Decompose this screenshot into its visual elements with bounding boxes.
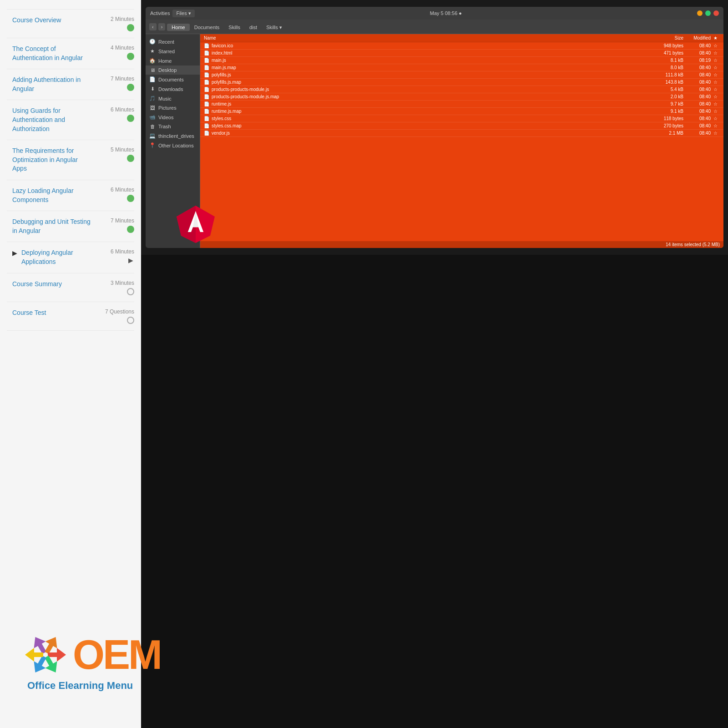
table-row[interactable]: 📄polyfills.js 111.8 kB 08:40 ☆ bbox=[200, 71, 723, 79]
table-row[interactable]: 📄runtime.js 9.7 kB 08:40 ☆ bbox=[200, 101, 723, 108]
fm-sidebar-label: Documents bbox=[158, 77, 184, 82]
fm-tab-3[interactable]: dist bbox=[245, 24, 262, 31]
file-name: 📄runtime.js bbox=[204, 101, 652, 106]
status-dot-green bbox=[127, 155, 134, 162]
main-container: Course Overview 2 Minutes The Concept of… bbox=[0, 0, 728, 728]
fm-sidebar-item-10[interactable]: 💻thinclient_drives bbox=[146, 131, 200, 141]
fm-sidebar-item-2[interactable]: 🏠Home bbox=[146, 56, 200, 66]
fm-sidebar-icon: 💻 bbox=[149, 133, 156, 139]
course-item-left: ▶ Deploying Angular Applications bbox=[12, 248, 93, 266]
fm-sidebar-icon: ★ bbox=[149, 48, 156, 54]
fm-sidebar-item-0[interactable]: 🕐Recent bbox=[146, 37, 200, 46]
fm-sidebar-item-1[interactable]: ★Starred bbox=[146, 46, 200, 56]
fm-sidebar-icon: ⬇ bbox=[149, 86, 156, 92]
file-modified: 08:40 bbox=[683, 123, 711, 128]
fm-sidebar-item-9[interactable]: 🗑Trash bbox=[146, 122, 200, 131]
course-item-test[interactable]: Course Test 7 Questions bbox=[7, 302, 134, 331]
back-button[interactable]: ‹ bbox=[149, 23, 157, 30]
files-menu[interactable]: Files ▾ bbox=[172, 10, 194, 17]
fm-sidebar-icon: 🖼 bbox=[149, 105, 156, 111]
activities-label[interactable]: Activities bbox=[150, 10, 170, 16]
file-name: 📄styles.css bbox=[204, 116, 652, 121]
course-item-adding-auth[interactable]: Adding Authentication in Angular 7 Minut… bbox=[7, 69, 134, 100]
file-modified: 08:40 bbox=[683, 109, 711, 114]
course-item-lazy-loading[interactable]: Lazy Loading Angular Components 6 Minute… bbox=[7, 180, 134, 211]
fm-sidebar-item-6[interactable]: 🎵Music bbox=[146, 94, 200, 103]
fm-tab-2[interactable]: Skills bbox=[224, 24, 245, 31]
fm-topbar-left: Activities Files ▾ bbox=[150, 10, 195, 17]
fm-sidebar-label: Other Locations bbox=[158, 143, 194, 148]
fm-tab-1[interactable]: Documents bbox=[190, 24, 224, 31]
course-item-right: 4 Minutes bbox=[93, 45, 134, 60]
course-item-summary[interactable]: Course Summary 3 Minutes bbox=[7, 273, 134, 302]
table-row[interactable]: 📄styles.css.map 270 bytes 08:40 ☆ bbox=[200, 122, 723, 130]
file-star: ☆ bbox=[711, 116, 720, 121]
course-item-title: Using Guards for Authentication and Auth… bbox=[12, 106, 93, 133]
fm-sidebar-item-11[interactable]: 📍Other Locations bbox=[146, 141, 200, 150]
file-star: ☆ bbox=[711, 109, 720, 114]
minimize-icon[interactable] bbox=[697, 10, 703, 16]
fm-tab-0[interactable]: Home bbox=[167, 24, 189, 31]
fm-sidebar-item-3[interactable]: 🖥Desktop bbox=[146, 66, 200, 75]
close-icon[interactable] bbox=[713, 10, 719, 16]
file-icon: 📄 bbox=[204, 131, 209, 136]
fm-sidebar-label: Pictures bbox=[158, 105, 177, 111]
file-star: ☆ bbox=[711, 43, 720, 48]
oem-arrows-icon bbox=[23, 632, 68, 677]
course-item-requirements[interactable]: The Requirements for Optimization in Ang… bbox=[7, 140, 134, 180]
file-name: 📄main.js.map bbox=[204, 65, 652, 70]
table-row[interactable]: 📄index.html 471 bytes 08:40 ☆ bbox=[200, 50, 723, 57]
fm-sidebar-label: Starred bbox=[158, 49, 175, 54]
fm-sidebar-item-7[interactable]: 🖼Pictures bbox=[146, 103, 200, 112]
table-row[interactable]: 📄polyfills.js.map 143.8 kB 08:40 ☆ bbox=[200, 79, 723, 86]
file-size: 118 bytes bbox=[652, 116, 683, 121]
course-item-left: Course Overview bbox=[12, 16, 93, 25]
table-row[interactable]: 📄vendor.js 2.1 MB 08:40 ☆ bbox=[200, 130, 723, 137]
file-star: ☆ bbox=[711, 123, 720, 128]
fm-column-headers: Name Size Modified ★ bbox=[200, 34, 723, 42]
oem-subtitle: Office Elearning Menu bbox=[23, 680, 161, 692]
fm-sidebar-item-5[interactable]: ⬇Downloads bbox=[146, 84, 200, 94]
file-name: 📄favicon.ico bbox=[204, 43, 652, 48]
file-modified: 08:40 bbox=[683, 94, 711, 99]
file-name: 📄runtime.js.map bbox=[204, 109, 652, 114]
table-row[interactable]: 📄products-products-module.js.map 2.0 kB … bbox=[200, 93, 723, 101]
fm-sidebar-item-4[interactable]: 📄Documents bbox=[146, 75, 200, 84]
table-row[interactable]: 📄runtime.js.map 9.1 kB 08:40 ☆ bbox=[200, 108, 723, 115]
fm-sidebar-item-8[interactable]: 📹Videos bbox=[146, 112, 200, 122]
fm-sidebar-icon: 🏠 bbox=[149, 58, 156, 64]
table-row[interactable]: 📄favicon.ico 948 bytes 08:40 ☆ bbox=[200, 42, 723, 50]
status-dot-green bbox=[127, 84, 134, 91]
course-item-left: Course Test bbox=[12, 308, 93, 318]
fm-toolbar: ‹ › HomeDocumentsSkillsdistSkills ▾ bbox=[146, 20, 723, 34]
table-row[interactable]: 📄styles.css 118 bytes 08:40 ☆ bbox=[200, 115, 723, 122]
file-modified: 08:40 bbox=[683, 51, 711, 56]
status-dot-green bbox=[127, 226, 134, 233]
fm-sidebar-icon: 🎵 bbox=[149, 96, 156, 101]
table-row[interactable]: 📄products-products-module.js 5.4 kB 08:4… bbox=[200, 86, 723, 93]
course-item-using-guards[interactable]: Using Guards for Authentication and Auth… bbox=[7, 100, 134, 140]
course-item-debugging[interactable]: Debugging and Unit Testing in Angular 7 … bbox=[7, 211, 134, 242]
file-star: ☆ bbox=[711, 65, 720, 70]
course-item-right: 7 Minutes bbox=[93, 76, 134, 91]
file-modified: 08:40 bbox=[683, 72, 711, 77]
fm-tab-4[interactable]: Skills ▾ bbox=[262, 24, 287, 31]
course-item-left: Lazy Loading Angular Components bbox=[12, 187, 93, 204]
course-item-title: Adding Authentication in Angular bbox=[12, 76, 93, 93]
course-item-concept-auth[interactable]: The Concept of Authentication in Angular… bbox=[7, 38, 134, 69]
file-name: 📄index.html bbox=[204, 51, 652, 56]
file-icon: 📄 bbox=[204, 87, 209, 92]
fm-topbar-datetime: May 5 08:56 ● bbox=[198, 10, 693, 16]
forward-button[interactable]: › bbox=[158, 23, 166, 30]
course-item-right: 2 Minutes bbox=[93, 16, 134, 31]
course-item-course-overview[interactable]: Course Overview 2 Minutes bbox=[7, 9, 134, 38]
oem-logo-row: OEM bbox=[23, 632, 161, 677]
course-item-deploying[interactable]: ▶ Deploying Angular Applications 6 Minut… bbox=[7, 242, 134, 273]
table-row[interactable]: 📄main.js 8.1 kB 08:19 ☆ bbox=[200, 57, 723, 64]
fm-statusbar: 14 items selected (5.2 MB) bbox=[200, 241, 723, 248]
file-star: ☆ bbox=[711, 131, 720, 136]
fm-sidebar-icon: 📹 bbox=[149, 114, 156, 120]
maximize-icon[interactable] bbox=[705, 10, 711, 16]
table-row[interactable]: 📄main.js.map 8.0 kB 08:40 ☆ bbox=[200, 64, 723, 71]
file-icon: 📄 bbox=[204, 123, 209, 128]
